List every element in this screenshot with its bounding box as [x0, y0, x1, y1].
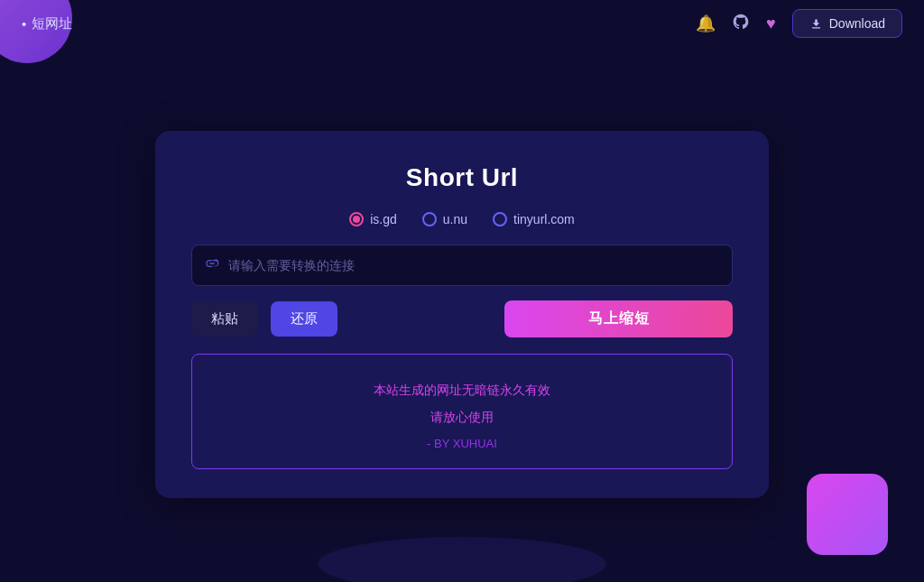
- link-icon: [205, 256, 219, 274]
- radio-unu[interactable]: u.nu: [422, 212, 467, 226]
- download-label: Download: [829, 16, 885, 31]
- brand: • 短网址: [22, 15, 72, 32]
- url-input[interactable]: [228, 258, 719, 273]
- info-author: - BY XUHUAI: [427, 437, 497, 450]
- brand-dot: •: [22, 16, 26, 32]
- heart-icon[interactable]: ♥: [766, 14, 776, 33]
- main-content: Short Url is.gd u.nu tinyurl.com: [0, 47, 924, 582]
- bell-icon[interactable]: 🔔: [696, 14, 716, 33]
- download-button[interactable]: Download: [792, 9, 902, 38]
- info-line-1: 本站生成的网址无暗链永久有效: [374, 380, 550, 402]
- restore-button[interactable]: 还原: [271, 301, 337, 337]
- info-box: 本站生成的网址无暗链永久有效 请放心使用 - BY XUHUAI: [191, 354, 733, 470]
- radio-isgd[interactable]: is.gd: [349, 212, 397, 226]
- paste-button[interactable]: 粘贴: [191, 301, 258, 337]
- github-icon[interactable]: [732, 13, 750, 35]
- card: Short Url is.gd u.nu tinyurl.com: [155, 131, 769, 499]
- radio-unu-label: u.nu: [443, 212, 467, 226]
- radio-isgd-circle: [349, 212, 364, 226]
- radio-unu-circle: [422, 212, 437, 226]
- radio-tinyurl-label: tinyurl.com: [513, 212, 575, 226]
- card-title: Short Url: [191, 163, 733, 192]
- nav-right: 🔔 ♥ Download: [696, 9, 902, 38]
- info-line-2: 请放心使用: [430, 407, 494, 429]
- radio-tinyurl[interactable]: tinyurl.com: [493, 212, 575, 226]
- radio-group: is.gd u.nu tinyurl.com: [191, 212, 733, 226]
- radio-tinyurl-circle: [493, 212, 507, 226]
- shorten-button[interactable]: 马上缩短: [504, 300, 733, 337]
- navbar: • 短网址 🔔 ♥ Download: [0, 0, 924, 47]
- brand-text: 短网址: [32, 15, 72, 32]
- download-icon: [809, 17, 823, 31]
- radio-isgd-label: is.gd: [370, 212, 397, 226]
- url-input-row: [191, 245, 733, 286]
- buttons-row: 粘贴 还原 马上缩短: [191, 300, 733, 337]
